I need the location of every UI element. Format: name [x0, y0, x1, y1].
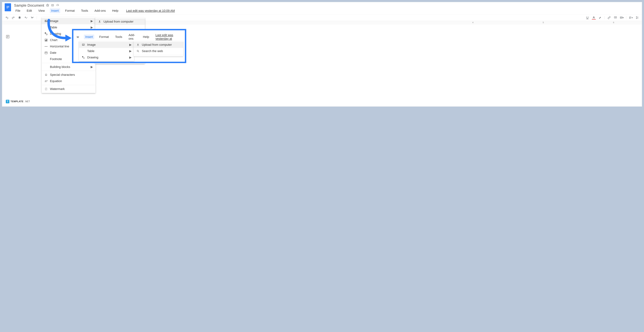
- svg-rect-14: [629, 18, 631, 18]
- menu-insert[interactable]: Insert: [50, 8, 60, 13]
- redo-icon[interactable]: [11, 16, 15, 19]
- svg-rect-41: [82, 56, 83, 57]
- callout-insert-drawing[interactable]: Drawing ▶: [79, 54, 134, 61]
- callout-menu-format[interactable]: Format: [98, 35, 110, 39]
- watermark-icon: [44, 87, 48, 91]
- menu-view[interactable]: View: [37, 8, 46, 13]
- svg-rect-26: [45, 32, 46, 34]
- callout-drawing-label: Drawing: [87, 56, 98, 59]
- star-icon[interactable]: [46, 4, 49, 7]
- chevron-right-icon: ▶: [129, 56, 132, 59]
- insert-date-label: Date: [50, 51, 56, 55]
- app-frame: Sample Document File Edit View Insert Fo…: [2, 2, 642, 107]
- menu-bar: File Edit View Insert Format Tools Add-o…: [14, 7, 176, 14]
- omega-icon: Ω: [44, 73, 48, 76]
- insert-special-chars[interactable]: Ω Special characters: [42, 72, 96, 78]
- move-icon[interactable]: [51, 4, 54, 7]
- link-icon[interactable]: [607, 16, 611, 19]
- line-spacing-icon[interactable]: [635, 16, 639, 19]
- menu-format[interactable]: Format: [64, 8, 76, 13]
- svg-rect-2: [6, 8, 8, 8]
- last-edit-link[interactable]: Last edit was yesterday at 10:09 AM: [125, 8, 176, 13]
- svg-rect-30: [46, 39, 47, 41]
- callout-menu-addons[interactable]: Add-ons: [127, 33, 138, 41]
- upload-icon: [98, 20, 101, 23]
- svg-rect-29: [46, 40, 46, 41]
- highlight-icon[interactable]: [598, 16, 602, 19]
- callout-insert-table[interactable]: Table ▶: [79, 48, 134, 54]
- insert-special-label: Special characters: [50, 73, 75, 77]
- drawing-icon: [82, 56, 85, 59]
- chevron-right-icon: ▶: [91, 65, 93, 69]
- svg-line-45: [138, 51, 139, 52]
- image-icon: [82, 43, 85, 46]
- svg-rect-15: [629, 18, 630, 19]
- callout-menu-help[interactable]: Help: [142, 35, 150, 39]
- callout-menu-insert[interactable]: Insert: [84, 35, 94, 39]
- svg-point-42: [83, 57, 84, 59]
- insert-footnote-label: Footnote: [50, 57, 62, 61]
- callout-search-label: Search the web: [142, 49, 163, 53]
- text-color-icon[interactable]: A: [592, 16, 596, 19]
- image-icon[interactable]: ▾: [620, 16, 624, 19]
- upload-label: Upload from computer: [104, 20, 134, 23]
- insert-eq-label: Equation: [50, 79, 62, 83]
- watermark-brand: TEMPLATE: [10, 100, 24, 103]
- svg-rect-1: [6, 7, 9, 7]
- callout-table-label: Table: [87, 49, 94, 53]
- svg-rect-43: [137, 45, 139, 46]
- insert-image-label: Image: [50, 19, 58, 23]
- watermark-tld: .NET: [24, 100, 30, 103]
- chevron-right-icon: ▶: [91, 19, 93, 23]
- docs-app-icon[interactable]: [5, 3, 11, 11]
- outline-icon[interactable]: [6, 35, 10, 39]
- doc-title[interactable]: Sample Document: [14, 3, 44, 7]
- svg-line-35: [46, 88, 47, 89]
- image-icon: [44, 19, 48, 23]
- print-icon[interactable]: [18, 16, 22, 19]
- menu-edit[interactable]: Edit: [25, 8, 33, 13]
- callout-menu-fragment: w: [77, 35, 80, 39]
- insert-building-blocks[interactable]: Building blocks ▶: [42, 64, 96, 70]
- callout-upload[interactable]: Upload from computer: [134, 42, 183, 48]
- undo-icon[interactable]: [5, 16, 9, 19]
- menu-tools[interactable]: Tools: [80, 8, 90, 13]
- drawing-icon: [44, 32, 48, 35]
- paint-format-icon[interactable]: [30, 16, 34, 19]
- menu-addons[interactable]: Add-ons: [93, 8, 107, 13]
- callout-image-submenu: Upload from computer Search the web: [134, 41, 183, 56]
- spellcheck-icon[interactable]: [24, 16, 28, 19]
- insert-watermark[interactable]: Watermark: [42, 86, 96, 92]
- watermark-logo-icon: T: [6, 100, 10, 103]
- underline-icon[interactable]: U: [586, 16, 589, 19]
- svg-rect-32: [45, 52, 47, 54]
- upload-from-computer[interactable]: Upload from computer: [95, 18, 145, 25]
- insert-equation[interactable]: π² Equation: [42, 78, 96, 84]
- insert-table-label: Table: [50, 26, 57, 29]
- insert-image[interactable]: Image ▶: [42, 18, 96, 24]
- callout-menu-tools[interactable]: Tools: [114, 35, 124, 39]
- svg-rect-36: [99, 22, 100, 23]
- menu-help[interactable]: Help: [111, 8, 120, 13]
- comment-icon[interactable]: [614, 16, 617, 19]
- callout-search-web[interactable]: Search the web: [134, 48, 183, 54]
- align-icon[interactable]: ▾: [629, 16, 633, 19]
- menu-separator: [134, 55, 183, 55]
- callout-last-edit[interactable]: Last edit was yesterday at: [154, 33, 182, 41]
- callout-upload-label: Upload from computer: [142, 43, 172, 47]
- svg-rect-6: [19, 16, 20, 17]
- cloud-status-icon[interactable]: [56, 4, 59, 7]
- search-icon: [136, 49, 140, 53]
- insert-wm-label: Watermark: [50, 87, 65, 91]
- watermark-badge: T TEMPLATE.NET: [6, 100, 30, 103]
- svg-rect-28: [45, 39, 47, 41]
- callout-insert-image[interactable]: Image ▶: [79, 42, 134, 48]
- svg-rect-7: [19, 18, 20, 19]
- insert-bb-label: Building blocks: [50, 65, 70, 69]
- ruler-mark: 5: [542, 21, 544, 23]
- ruler-mark: 4: [472, 21, 473, 23]
- svg-marker-3: [46, 4, 49, 6]
- date-icon: [44, 51, 48, 54]
- menu-file[interactable]: File: [14, 8, 22, 13]
- svg-point-44: [137, 50, 138, 51]
